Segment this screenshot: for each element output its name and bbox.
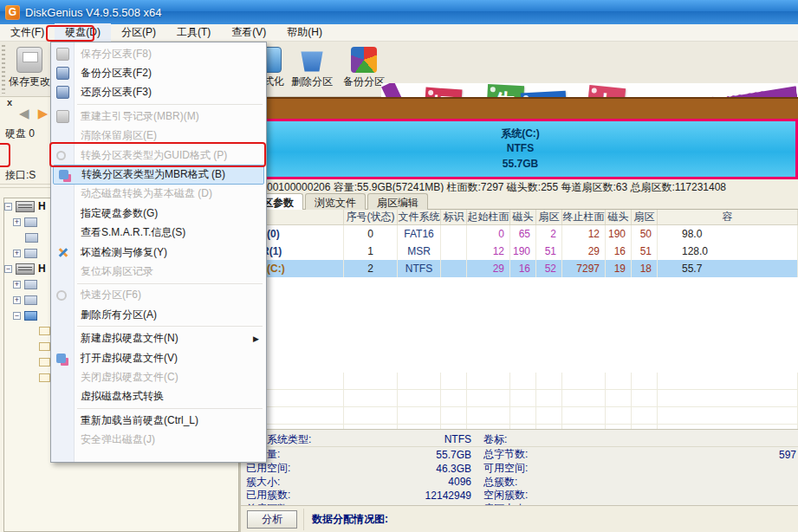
sidebar-interface-label: 接口:S — [5, 168, 50, 183]
floppy-icon — [56, 48, 69, 61]
detail-row: 总容量:55.7GB 总字节数:597 — [241, 448, 798, 462]
menu-item-bad-sector-check[interactable]: 坏道检测与修复(Y) — [51, 243, 266, 262]
tab-bar: 分区参数 浏览文件 扇区编辑 — [241, 193, 798, 210]
detail-row: 簇大小:4096 总簇数: — [241, 475, 798, 489]
diskgenius-window: G DiskGenius V4.9.5.508 x64 文件(F) 硬盘(D) … — [0, 0, 798, 532]
menu-item-close-virtual-disk: 关闭虚拟硬盘文件(C) — [51, 367, 266, 386]
main-panel: 系统(C:) NTFS 55.7GB 00100000206 容量:55.9GB… — [241, 97, 798, 532]
menu-separator — [77, 283, 263, 284]
rebuild-mbr-icon — [56, 110, 69, 123]
detail-row: 已用空间:46.3GB 可用空间: — [241, 462, 798, 476]
menu-item-new-virtual-disk[interactable]: 新建虚拟硬盘文件(N) ▶ — [51, 328, 266, 347]
menu-bar: 文件(F) 硬盘(D) 分区(P) 工具(T) 查看(V) 帮助(H) — [0, 24, 798, 42]
partition-icon — [24, 280, 37, 289]
delete-partition-label: 删除分区 — [291, 75, 333, 88]
partition-icon — [25, 233, 38, 243]
nav-forward-icon[interactable]: ▶ — [38, 106, 49, 120]
submenu-arrow-icon: ▶ — [253, 334, 259, 343]
delete-partition-icon — [299, 47, 325, 73]
menu-item-quick-partition: 快速分区(F6) — [51, 286, 266, 305]
partition-table: 序号(状态) 文件系统标识 起始柱面磁头 扇区终止柱面 磁头扇区 容 ESP(0… — [241, 210, 798, 429]
clock-icon — [56, 290, 67, 301]
nav-arrows: ◀ ▶ — [19, 106, 48, 121]
open-vdisk-icon — [56, 354, 66, 363]
menu-item-backup-partition-table[interactable]: 备份分区表(F2) — [51, 63, 266, 82]
menu-help[interactable]: 帮助(H) — [276, 23, 333, 42]
folder-icon — [39, 342, 50, 351]
partition-name: 系统(C:) — [501, 127, 540, 141]
partition-icon — [24, 249, 37, 258]
window-title: DiskGenius V4.9.5.508 x64 — [25, 6, 162, 19]
menu-item-open-virtual-disk[interactable]: 打开虚拟硬盘文件(V) — [51, 348, 266, 367]
menu-item-view-smart[interactable]: 查看S.M.A.R.T.信息(S) — [51, 224, 266, 243]
detail-row: 已用簇数:12142949 空闲簇数: — [241, 489, 798, 503]
folder-icon — [39, 358, 50, 367]
backup-icon — [56, 67, 69, 80]
annotation-box-disk-menu — [46, 25, 94, 42]
disk-band — [243, 97, 798, 119]
nav-back-icon[interactable]: ◀ — [19, 106, 29, 120]
expand-icon[interactable]: + — [13, 218, 21, 226]
divider — [303, 509, 304, 530]
annotation-fragment-left-edge — [0, 143, 10, 167]
disk-icon — [16, 201, 35, 212]
menu-tools[interactable]: 工具(T) — [166, 23, 221, 42]
partition-size: 55.7GB — [503, 157, 538, 172]
backup-partition-icon — [351, 47, 377, 73]
partition-fs: NTFS — [507, 141, 534, 156]
folder-icon — [39, 373, 50, 382]
collapse-icon[interactable]: − — [13, 312, 21, 320]
menu-separator — [77, 408, 263, 409]
table-header-row: 序号(状态) 文件系统标识 起始柱面磁头 扇区终止柱面 磁头扇区 容 — [241, 210, 798, 225]
expand-icon[interactable]: + — [13, 250, 21, 257]
allocation-map-label: 数据分配情况图: — [312, 512, 388, 527]
menu-item-specify-disk-params[interactable]: 指定硬盘参数(G) — [51, 204, 266, 223]
menu-item-rebuild-mbr: 重建主引导记录(MBR)(M) — [51, 107, 266, 126]
convert-mbr-icon — [59, 170, 68, 179]
menu-item-dynamic-to-basic: 动态磁盘转换为基本磁盘 (D) — [51, 185, 266, 204]
title-bar[interactable]: G DiskGenius V4.9.5.508 x64 — [0, 0, 798, 24]
restore-icon — [56, 86, 69, 99]
menu-view[interactable]: 查看(V) — [221, 23, 276, 42]
save-changes-label: 保存更改 — [9, 75, 50, 88]
menu-item-restore-partition-table[interactable]: 还原分区表(F3) — [51, 83, 266, 102]
expand-icon[interactable]: + — [13, 296, 21, 304]
menu-item-reset-bad-sector: 复位坏扇区记录 — [51, 262, 266, 281]
partition-map: 系统(C:) NTFS 55.7GB — [243, 97, 798, 179]
partition-icon — [24, 295, 37, 305]
save-changes-button[interactable]: 保存更改 — [5, 44, 54, 94]
collapse-icon[interactable]: − — [4, 203, 12, 211]
folder-icon — [39, 327, 50, 335]
table-row-system-c[interactable]: 系统(C:) 2 NTFS 29 16 52 7297 19 18 55.7 — [241, 260, 798, 277]
menu-item-reload-current-disk[interactable]: 重新加载当前硬盘(Ctrl_L) — [51, 411, 266, 430]
menu-partition[interactable]: 分区(P) — [111, 23, 166, 42]
app-logo-icon: G — [5, 5, 20, 20]
disk-info-line: 00100000206 容量:55.9GB(57241MB) 柱面数:7297 … — [241, 180, 798, 192]
footer-bar: 分析 数据分配情况图: — [241, 505, 798, 532]
menu-item-save-partition-table: 保存分区表(F8) — [51, 44, 266, 63]
disk-icon — [16, 263, 35, 275]
sidebar-close-button[interactable]: x — [7, 97, 12, 107]
repair-tools-icon — [56, 246, 69, 259]
table-row-esp[interactable]: ESP(0) 0 FAT16 0 65 2 12 190 50 98.0 — [241, 225, 798, 243]
menu-item-convert-to-mbr[interactable]: 转换分区表类型为MBR格式 (B) — [53, 165, 264, 184]
partition-block-c[interactable]: 系统(C:) NTFS 55.7GB — [243, 119, 798, 179]
partition-icon — [24, 217, 37, 227]
delete-partition-button[interactable]: 删除分区 — [288, 44, 336, 94]
menu-separator — [77, 104, 263, 105]
detail-row: 文件系统类型:NTFS 卷标: — [241, 432, 798, 447]
collapse-icon[interactable]: − — [4, 265, 12, 273]
menu-item-safe-eject: 安全弹出磁盘(J) — [51, 430, 266, 449]
table-row-msr[interactable]: MSR(1) 1 MSR 12 190 51 29 16 51 128.0 — [241, 243, 798, 260]
analyze-button[interactable]: 分析 — [247, 510, 297, 529]
menu-item-convert-vdisk-format[interactable]: 虚拟磁盘格式转换 — [51, 387, 266, 406]
empty-table-area — [241, 373, 798, 429]
expand-icon[interactable]: + — [13, 281, 21, 289]
tab-browse-files[interactable]: 浏览文件 — [305, 193, 366, 210]
menu-item-delete-all-partitions[interactable]: 删除所有分区(A) — [51, 305, 266, 324]
sidebar-disk-label: 硬盘 0 — [5, 127, 50, 141]
disk-dropdown-menu: 保存分区表(F8) 备份分区表(F2) 还原分区表(F3) 重建主引导记录(MB… — [50, 42, 267, 463]
tab-sector-edit[interactable]: 扇区编辑 — [367, 193, 428, 210]
backup-partition-label: 备份分区 — [343, 75, 385, 88]
menu-separator — [77, 326, 263, 327]
